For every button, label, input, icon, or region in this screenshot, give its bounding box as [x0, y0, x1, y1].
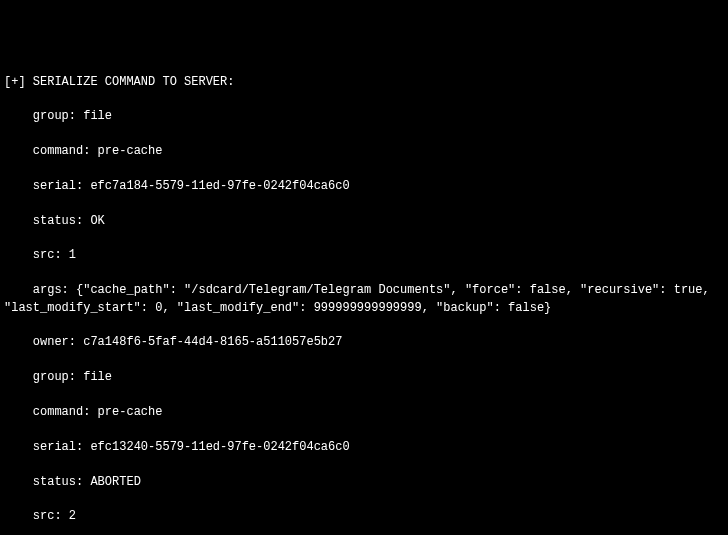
- field-serial: serial: efc7a184-5579-11ed-97fe-0242f04c…: [4, 178, 724, 195]
- field-src: src: 2: [4, 508, 724, 525]
- field-status: status: ABORTED: [4, 474, 724, 491]
- field-serial: serial: efc13240-5579-11ed-97fe-0242f04c…: [4, 439, 724, 456]
- field-args: args: {"cache_path": "/sdcard/Telegram/T…: [4, 282, 724, 317]
- field-src: src: 1: [4, 247, 724, 264]
- field-command: command: pre-cache: [4, 404, 724, 421]
- field-group: group: file: [4, 108, 724, 125]
- field-owner: owner: c7a148f6-5faf-44d4-8165-a511057e5…: [4, 334, 724, 351]
- field-status: status: OK: [4, 213, 724, 230]
- field-command: command: pre-cache: [4, 143, 724, 160]
- serialize-header: [+] SERIALIZE COMMAND TO SERVER:: [4, 74, 724, 91]
- field-group: group: file: [4, 369, 724, 386]
